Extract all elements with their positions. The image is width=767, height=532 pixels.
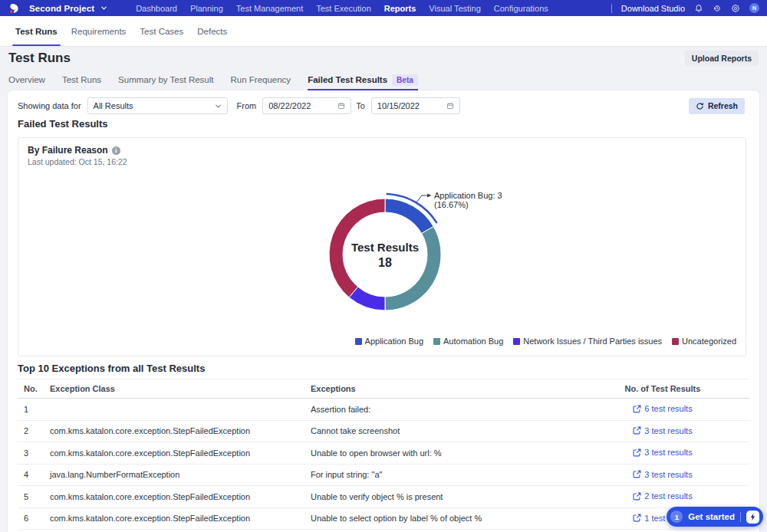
get-started-label: Get started [688,512,735,521]
info-icon[interactable]: i [112,146,120,155]
cell-exception: Unable to open browser with url: % [308,442,576,465]
tab-label: Overview [8,75,45,84]
nav-item-visual-testing[interactable]: Visual Testing [429,4,480,13]
legend-label: Uncategorized [682,337,736,346]
top-exceptions-table: No.Exception ClassExceptionsNo. of Test … [18,379,749,530]
top-navigation-bar: Second Project DashboardPlanningTest Man… [0,0,767,16]
external-link-icon [633,448,641,457]
donut-segment-automation-bug[interactable] [385,227,441,311]
divider [740,512,741,522]
nav-item-configurations[interactable]: Configurations [494,4,548,13]
page-title: Test Runs [8,51,71,66]
subnav-item-defects[interactable]: Defects [196,16,228,46]
cell-results: 3 test results [576,442,749,465]
table-row: 4java.lang.NumberFormatExceptionFor inpu… [18,464,749,486]
subnav-item-test-cases[interactable]: Test Cases [139,16,184,46]
user-avatar[interactable]: N [749,3,759,13]
legend-swatch [513,338,520,345]
annotation-subtext: (16.67%) [434,200,469,209]
table-row: 5com.kms.katalon.core.exception.StepFail… [18,486,749,508]
whats-new-history-icon[interactable] [713,4,722,13]
beamer-bolt-icon [746,511,759,524]
from-date-input[interactable]: 08/22/2022 [262,97,351,114]
subnav-item-test-runs[interactable]: Test Runs [15,16,58,46]
legend-item-network-issues-third-parties-issues[interactable]: Network Issues / Third Parties issues [513,337,662,346]
chevron-down-icon[interactable] [100,5,107,11]
cell-no: 4 [18,464,47,486]
refresh-button[interactable]: Refresh [689,98,745,114]
tab-label: Run Frequency [231,75,291,84]
nav-item-planning[interactable]: Planning [190,4,223,13]
column-header-exceptions: Exceptions [308,379,576,399]
cell-no: 3 [18,442,47,465]
donut-center-label: Test Results [351,241,419,254]
test-results-link[interactable]: 3 test results [633,426,692,435]
notifications-bell-icon[interactable] [694,4,703,13]
chevron-down-icon [215,103,222,110]
tab-test-runs[interactable]: Test Runs [62,69,101,90]
nav-item-test-management[interactable]: Test Management [236,4,303,13]
tab-run-frequency[interactable]: Run Frequency [231,69,291,90]
cell-no: 5 [18,486,47,508]
failure-reason-chart-card: By Failure Reason i Last updated: Oct 15… [18,137,746,356]
donut-segment-application-bug[interactable] [385,199,433,234]
test-results-link[interactable]: 3 test results [633,470,692,479]
nav-item-dashboard[interactable]: Dashboard [136,4,177,13]
upload-reports-button[interactable]: Upload Reports [685,51,759,66]
cell-exception: Assertion failed: [308,399,576,421]
cell-exception: Cannot take screenshot [308,420,576,442]
cell-results: 3 test results [576,420,749,442]
tab-label: Failed Test Results [308,75,387,84]
annotation-leader-line [416,195,427,202]
get-started-count-badge: 1 [670,511,683,523]
test-results-link[interactable]: 2 test results [633,491,692,501]
get-started-button[interactable]: 1 Get started [667,507,763,527]
external-link-icon [633,492,641,501]
filter-toolbar: Showing data for All Results From 08/22/… [18,97,745,114]
settings-gear-icon[interactable] [731,4,740,13]
donut-center-total: 18 [378,256,392,269]
test-results-link-label: 2 test results [644,491,692,501]
subnav-item-requirements[interactable]: Requirements [71,16,127,46]
from-date-value: 08/22/2022 [268,101,311,110]
katalon-logo-icon[interactable] [8,3,19,14]
chart-legend: Application BugAutomation BugNetwork Iss… [355,337,736,346]
tab-failed-test-results[interactable]: Failed Test ResultsBeta [308,69,418,90]
table-header-row: No.Exception ClassExceptionsNo. of Test … [18,379,749,399]
beta-badge: Beta [392,74,418,86]
legend-label: Application Bug [365,337,423,346]
legend-item-application-bug[interactable]: Application Bug [355,337,423,346]
table-row: 2com.kms.katalon.core.exception.StepFail… [18,420,749,442]
exceptions-table-title: Top 10 Exceptions from all Test Results [18,363,205,374]
to-label: To [356,101,365,110]
results-filter-select[interactable]: All Results [87,97,228,114]
to-date-input[interactable]: 10/15/2022 [371,97,460,114]
external-link-icon [633,470,641,478]
nav-item-test-execution[interactable]: Test Execution [316,4,371,13]
project-switcher[interactable]: Second Project [29,4,94,13]
cell-exception-class: com.kms.katalon.core.exception.StepFaile… [47,507,308,530]
tab-label: Test Runs [62,75,101,84]
tab-overview[interactable]: Overview [8,69,45,90]
chart-last-updated: Last updated: Oct 15, 16:22 [28,157,127,166]
cell-exception-class: java.lang.NumberFormatException [47,464,308,486]
table-row: 6com.kms.katalon.core.exception.StepFail… [18,507,749,530]
cell-exception-class: com.kms.katalon.core.exception.StepFaile… [47,420,308,442]
annotation-arrow [427,194,432,198]
nav-item-reports[interactable]: Reports [384,4,416,13]
showing-data-label: Showing data for [18,101,81,110]
column-header-no-of-test-results: No. of Test Results [576,379,749,399]
cell-exception: Unable to select option by label % of ob… [308,507,576,530]
main-navigation: DashboardPlanningTest ManagementTest Exe… [136,4,548,13]
failure-reason-donut-chart: Test Results18Application Bug: 3(16.67%) [18,138,746,356]
cell-exception: For input string: "a" [308,464,576,486]
legend-item-automation-bug[interactable]: Automation Bug [433,337,503,346]
test-results-link[interactable]: 6 test results [633,404,692,413]
legend-item-uncategorized[interactable]: Uncategorized [672,337,736,346]
legend-label: Automation Bug [443,337,503,346]
download-studio-link[interactable]: Download Studio [621,4,685,13]
from-label: From [237,101,257,110]
divider [611,4,612,13]
test-results-link[interactable]: 3 test results [633,448,692,457]
tab-summary-by-test-result[interactable]: Summary by Test Result [118,69,213,90]
